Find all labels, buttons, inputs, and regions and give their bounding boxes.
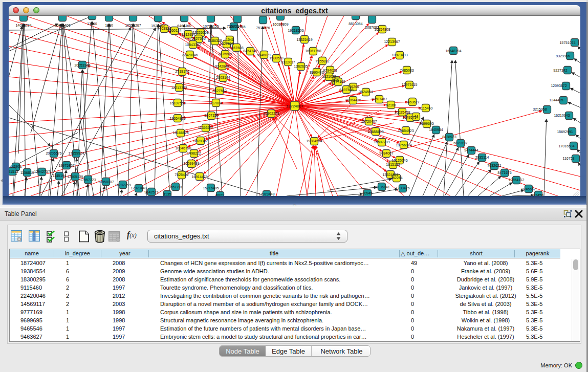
svg-text:1498222: 1498222 — [187, 151, 201, 155]
svg-text:2935114: 2935114 — [475, 156, 489, 159]
svg-text:12975115: 12975115 — [402, 83, 418, 86]
svg-text:2718176: 2718176 — [175, 70, 189, 73]
svg-text:2803144: 2803144 — [216, 76, 230, 79]
svg-text:8813054: 8813054 — [349, 22, 362, 26]
svg-text:10543362: 10543362 — [185, 43, 201, 47]
svg-text:391513: 391513 — [9, 170, 18, 173]
svg-text:19975857: 19975857 — [58, 164, 74, 167]
svg-text:9245652: 9245652 — [521, 187, 535, 191]
svg-text:16154808: 16154808 — [374, 28, 390, 31]
svg-text:19654923: 19654923 — [398, 129, 413, 133]
svg-text:15692991: 15692991 — [557, 130, 573, 134]
svg-text:16107553: 16107553 — [169, 101, 185, 105]
svg-text:7625402: 7625402 — [175, 173, 188, 177]
svg-text:97450: 97450 — [533, 193, 543, 196]
svg-text:10973493: 10973493 — [391, 53, 407, 57]
svg-text:19166825: 19166825 — [172, 131, 188, 135]
svg-text:252254: 252254 — [390, 176, 402, 180]
svg-text:12213967: 12213967 — [384, 40, 400, 43]
svg-text:1640954: 1640954 — [429, 128, 443, 132]
svg-text:7515526: 7515526 — [256, 26, 270, 30]
svg-text:10120746: 10120746 — [391, 159, 407, 162]
svg-text:9463627: 9463627 — [405, 100, 419, 104]
svg-text:14055724: 14055724 — [15, 24, 31, 27]
svg-text:7955812: 7955812 — [315, 59, 329, 63]
svg-text:9142521: 9142521 — [144, 190, 158, 194]
svg-text:6497508: 6497508 — [339, 88, 353, 92]
svg-text:6879197: 6879197 — [453, 141, 467, 145]
svg-text:8938923: 8938923 — [442, 135, 456, 139]
svg-text:20206576: 20206576 — [46, 151, 61, 155]
svg-text:1546: 1546 — [226, 38, 234, 41]
svg-text:1244415: 1244415 — [549, 98, 563, 102]
svg-text:20091406: 20091406 — [54, 24, 70, 27]
svg-text:2867608: 2867608 — [229, 46, 243, 50]
svg-text:8427552: 8427552 — [212, 89, 226, 93]
svg-text:16914479: 16914479 — [191, 175, 207, 179]
svg-text:16099489: 16099489 — [183, 162, 199, 165]
svg-text:16210643: 16210643 — [554, 114, 570, 117]
svg-text:116753: 116753 — [563, 157, 575, 160]
svg-text:3267150: 3267150 — [204, 114, 218, 117]
svg-text:19218506: 19218506 — [288, 29, 303, 32]
svg-text:7632621: 7632621 — [487, 164, 501, 167]
svg-text:7357224: 7357224 — [227, 25, 241, 28]
svg-text:8878342: 8878342 — [193, 139, 207, 143]
svg-text:17016504: 17016504 — [558, 144, 574, 148]
svg-text:20945: 20945 — [362, 191, 373, 195]
svg-text:1880: 1880 — [105, 24, 113, 27]
svg-text:9242848: 9242848 — [215, 64, 229, 68]
svg-text:25302273: 25302273 — [263, 112, 279, 115]
svg-text:18724007: 18724007 — [286, 104, 303, 108]
svg-text:22420046: 22420046 — [182, 53, 198, 57]
svg-text:12942757: 12942757 — [34, 170, 50, 173]
svg-text:9794028: 9794028 — [323, 69, 337, 72]
svg-text:9227342: 9227342 — [553, 69, 567, 72]
svg-text:443901: 443901 — [10, 165, 21, 168]
svg-text:8322037: 8322037 — [281, 60, 295, 64]
svg-text:8660124: 8660124 — [167, 29, 181, 32]
svg-text:10688609: 10688609 — [367, 130, 383, 134]
svg-text:18507289: 18507289 — [374, 140, 389, 144]
svg-text:16961758: 16961758 — [305, 49, 321, 53]
svg-text:15720407: 15720407 — [361, 120, 377, 123]
svg-text:12923448: 12923448 — [130, 186, 146, 190]
svg-text:12093872: 12093872 — [551, 84, 567, 87]
svg-text:5827505: 5827505 — [191, 37, 205, 40]
svg-text:13226058: 13226058 — [192, 31, 208, 34]
svg-text:1145194: 1145194 — [53, 174, 67, 178]
svg-text:1615152: 1615152 — [386, 163, 400, 166]
svg-text:44: 44 — [414, 115, 418, 118]
svg-text:19384554: 19384554 — [306, 139, 322, 143]
svg-text:1362635: 1362635 — [294, 64, 308, 68]
svg-text:3215958: 3215958 — [533, 107, 547, 111]
svg-text:6466160: 6466160 — [177, 24, 191, 28]
svg-text:8471676: 8471676 — [497, 171, 511, 174]
svg-text:19654925: 19654925 — [169, 117, 185, 120]
svg-text:17957223: 17957223 — [80, 178, 96, 182]
svg-text:1588520: 1588520 — [269, 56, 283, 60]
svg-text:9329966: 9329966 — [556, 54, 570, 58]
svg-text:10046798: 10046798 — [175, 146, 191, 150]
svg-text:9084067: 9084067 — [379, 151, 393, 155]
svg-text:10958107: 10958107 — [98, 180, 114, 184]
svg-text:317004: 317004 — [210, 101, 222, 105]
svg-text:12213383: 12213383 — [171, 86, 187, 90]
svg-text:15716485: 15716485 — [203, 186, 219, 190]
svg-text:1135: 1135 — [163, 192, 171, 196]
svg-text:10553267: 10553267 — [125, 24, 141, 27]
svg-text:1156819: 1156819 — [20, 171, 34, 174]
svg-text:6021: 6021 — [216, 193, 224, 196]
svg-text:7485083: 7485083 — [400, 69, 413, 72]
svg-text:13325419: 13325419 — [296, 38, 312, 41]
svg-text:16782759: 16782759 — [115, 183, 130, 187]
svg-text:62160: 62160 — [386, 103, 396, 107]
svg-text:10654112: 10654112 — [509, 178, 525, 182]
svg-text:9657791: 9657791 — [168, 185, 182, 189]
svg-text:10025458: 10025458 — [394, 111, 410, 114]
svg-text:19756928: 19756928 — [396, 143, 411, 147]
svg-text:12923448: 12923448 — [258, 192, 274, 196]
svg-text:16033809: 16033809 — [272, 23, 288, 26]
svg-text:10719155: 10719155 — [203, 25, 219, 28]
svg-text:17359924: 17359924 — [68, 151, 84, 155]
